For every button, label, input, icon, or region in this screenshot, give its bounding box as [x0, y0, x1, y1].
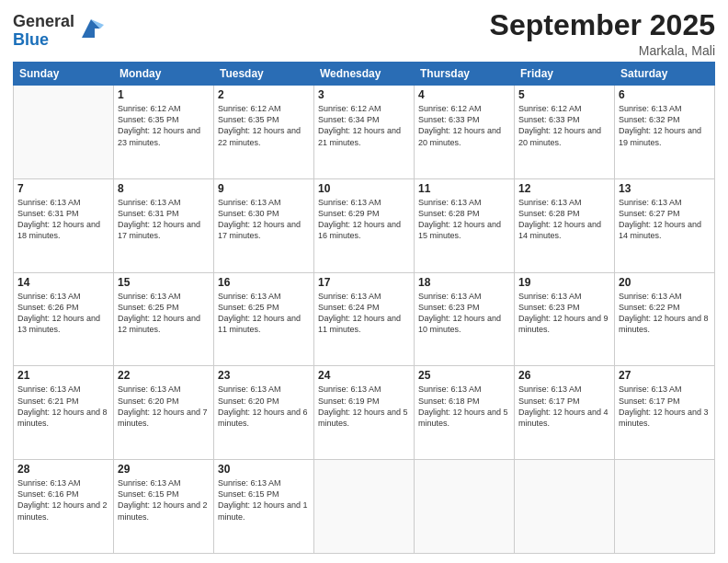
day-number: 3 [318, 88, 410, 101]
day-info: Sunrise: 6:13 AM Sunset: 6:30 PM Dayligh… [218, 197, 310, 242]
day-number: 10 [318, 182, 410, 195]
cell-w4-d7: 27Sunrise: 6:13 AM Sunset: 6:17 PM Dayli… [615, 366, 715, 460]
day-number: 5 [518, 88, 610, 101]
day-info: Sunrise: 6:13 AM Sunset: 6:20 PM Dayligh… [218, 384, 310, 429]
day-number: 17 [318, 276, 410, 289]
cell-w1-d6: 5Sunrise: 6:12 AM Sunset: 6:33 PM Daylig… [515, 86, 615, 179]
day-info: Sunrise: 6:13 AM Sunset: 6:15 PM Dayligh… [218, 477, 310, 523]
cell-w1-d4: 3Sunrise: 6:12 AM Sunset: 6:34 PM Daylig… [314, 86, 415, 179]
cell-w5-d7 [615, 460, 715, 554]
day-number: 6 [619, 88, 711, 101]
day-info: Sunrise: 6:13 AM Sunset: 6:24 PM Dayligh… [318, 291, 410, 336]
day-info: Sunrise: 6:13 AM Sunset: 6:26 PM Dayligh… [17, 291, 109, 336]
day-info: Sunrise: 6:13 AM Sunset: 6:23 PM Dayligh… [518, 291, 610, 336]
day-number: 27 [619, 369, 711, 382]
day-number: 25 [418, 369, 510, 382]
day-info: Sunrise: 6:13 AM Sunset: 6:18 PM Dayligh… [418, 384, 510, 429]
cell-w4-d1: 21Sunrise: 6:13 AM Sunset: 6:21 PM Dayli… [14, 366, 114, 460]
logo: General Blue [13, 13, 104, 50]
day-number: 22 [118, 369, 210, 382]
day-number: 24 [318, 369, 410, 382]
header-row: Sunday Monday Tuesday Wednesday Thursday… [14, 63, 715, 86]
day-number: 1 [118, 88, 210, 101]
header: General Blue September 2025 Markala, Mal… [13, 9, 715, 58]
cell-w2-d7: 13Sunrise: 6:13 AM Sunset: 6:27 PM Dayli… [615, 178, 715, 272]
day-number: 30 [218, 463, 310, 476]
logo-blue: Blue [13, 31, 74, 50]
day-info: Sunrise: 6:12 AM Sunset: 6:33 PM Dayligh… [418, 103, 510, 148]
day-info: Sunrise: 6:13 AM Sunset: 6:29 PM Dayligh… [318, 197, 410, 242]
day-number: 4 [418, 88, 510, 101]
cell-w5-d2: 29Sunrise: 6:13 AM Sunset: 6:15 PM Dayli… [114, 460, 214, 554]
cell-w1-d2: 1Sunrise: 6:12 AM Sunset: 6:35 PM Daylig… [114, 86, 214, 179]
day-number: 12 [518, 182, 610, 195]
cell-w3-d2: 15Sunrise: 6:13 AM Sunset: 6:25 PM Dayli… [114, 272, 214, 366]
day-info: Sunrise: 6:13 AM Sunset: 6:31 PM Dayligh… [118, 197, 210, 242]
col-tuesday: Tuesday [214, 63, 314, 86]
day-info: Sunrise: 6:13 AM Sunset: 6:23 PM Dayligh… [418, 291, 510, 336]
logo-icon [78, 16, 104, 41]
cell-w3-d1: 14Sunrise: 6:13 AM Sunset: 6:26 PM Dayli… [14, 272, 114, 366]
page: General Blue September 2025 Markala, Mal… [0, 0, 728, 563]
week-row-2: 7Sunrise: 6:13 AM Sunset: 6:31 PM Daylig… [14, 178, 715, 272]
day-info: Sunrise: 6:13 AM Sunset: 6:20 PM Dayligh… [118, 384, 210, 429]
col-friday: Friday [515, 63, 615, 86]
cell-w3-d3: 16Sunrise: 6:13 AM Sunset: 6:25 PM Dayli… [214, 272, 314, 366]
calendar-table: Sunday Monday Tuesday Wednesday Thursday… [13, 62, 715, 554]
day-number: 21 [17, 369, 109, 382]
cell-w2-d3: 9Sunrise: 6:13 AM Sunset: 6:30 PM Daylig… [214, 178, 314, 272]
day-info: Sunrise: 6:13 AM Sunset: 6:17 PM Dayligh… [518, 384, 610, 429]
cell-w3-d4: 17Sunrise: 6:13 AM Sunset: 6:24 PM Dayli… [314, 272, 415, 366]
cell-w3-d7: 20Sunrise: 6:13 AM Sunset: 6:22 PM Dayli… [615, 272, 715, 366]
cell-w5-d5 [415, 460, 515, 554]
day-info: Sunrise: 6:12 AM Sunset: 6:34 PM Dayligh… [318, 103, 410, 148]
day-info: Sunrise: 6:12 AM Sunset: 6:33 PM Dayligh… [518, 103, 610, 148]
day-info: Sunrise: 6:13 AM Sunset: 6:28 PM Dayligh… [518, 197, 610, 242]
day-number: 8 [118, 182, 210, 195]
day-info: Sunrise: 6:13 AM Sunset: 6:19 PM Dayligh… [318, 384, 410, 429]
day-info: Sunrise: 6:13 AM Sunset: 6:32 PM Dayligh… [619, 103, 711, 148]
cell-w4-d5: 25Sunrise: 6:13 AM Sunset: 6:18 PM Dayli… [415, 366, 515, 460]
cell-w2-d1: 7Sunrise: 6:13 AM Sunset: 6:31 PM Daylig… [14, 178, 114, 272]
day-number: 26 [518, 369, 610, 382]
cell-w4-d6: 26Sunrise: 6:13 AM Sunset: 6:17 PM Dayli… [515, 366, 615, 460]
title-location: Markala, Mali [490, 43, 715, 58]
cell-w2-d4: 10Sunrise: 6:13 AM Sunset: 6:29 PM Dayli… [314, 178, 415, 272]
col-thursday: Thursday [415, 63, 515, 86]
day-number: 16 [218, 276, 310, 289]
day-number: 15 [118, 276, 210, 289]
day-info: Sunrise: 6:13 AM Sunset: 6:21 PM Dayligh… [17, 384, 109, 429]
day-number: 18 [418, 276, 510, 289]
cell-w1-d1 [14, 86, 114, 179]
title-month: September 2025 [490, 9, 715, 41]
week-row-4: 21Sunrise: 6:13 AM Sunset: 6:21 PM Dayli… [14, 366, 715, 460]
day-number: 19 [518, 276, 610, 289]
week-row-5: 28Sunrise: 6:13 AM Sunset: 6:16 PM Dayli… [14, 460, 715, 554]
cell-w5-d3: 30Sunrise: 6:13 AM Sunset: 6:15 PM Dayli… [214, 460, 314, 554]
day-info: Sunrise: 6:13 AM Sunset: 6:25 PM Dayligh… [118, 291, 210, 336]
day-info: Sunrise: 6:13 AM Sunset: 6:27 PM Dayligh… [619, 197, 711, 242]
day-number: 7 [17, 182, 109, 195]
day-number: 20 [619, 276, 711, 289]
cell-w2-d6: 12Sunrise: 6:13 AM Sunset: 6:28 PM Dayli… [515, 178, 615, 272]
col-wednesday: Wednesday [314, 63, 415, 86]
cell-w5-d6 [515, 460, 615, 554]
col-sunday: Sunday [14, 63, 114, 86]
day-info: Sunrise: 6:13 AM Sunset: 6:22 PM Dayligh… [619, 291, 711, 336]
cell-w4-d4: 24Sunrise: 6:13 AM Sunset: 6:19 PM Dayli… [314, 366, 415, 460]
day-info: Sunrise: 6:12 AM Sunset: 6:35 PM Dayligh… [218, 103, 310, 148]
day-info: Sunrise: 6:13 AM Sunset: 6:15 PM Dayligh… [118, 477, 210, 523]
day-number: 9 [218, 182, 310, 195]
day-info: Sunrise: 6:13 AM Sunset: 6:28 PM Dayligh… [418, 197, 510, 242]
week-row-3: 14Sunrise: 6:13 AM Sunset: 6:26 PM Dayli… [14, 272, 715, 366]
day-number: 14 [17, 276, 109, 289]
day-number: 23 [218, 369, 310, 382]
week-row-1: 1Sunrise: 6:12 AM Sunset: 6:35 PM Daylig… [14, 86, 715, 179]
cell-w4-d2: 22Sunrise: 6:13 AM Sunset: 6:20 PM Dayli… [114, 366, 214, 460]
cell-w2-d2: 8Sunrise: 6:13 AM Sunset: 6:31 PM Daylig… [114, 178, 214, 272]
day-number: 29 [118, 463, 210, 476]
logo-general: General [13, 13, 74, 31]
day-number: 13 [619, 182, 711, 195]
cell-w1-d5: 4Sunrise: 6:12 AM Sunset: 6:33 PM Daylig… [415, 86, 515, 179]
cell-w4-d3: 23Sunrise: 6:13 AM Sunset: 6:20 PM Dayli… [214, 366, 314, 460]
